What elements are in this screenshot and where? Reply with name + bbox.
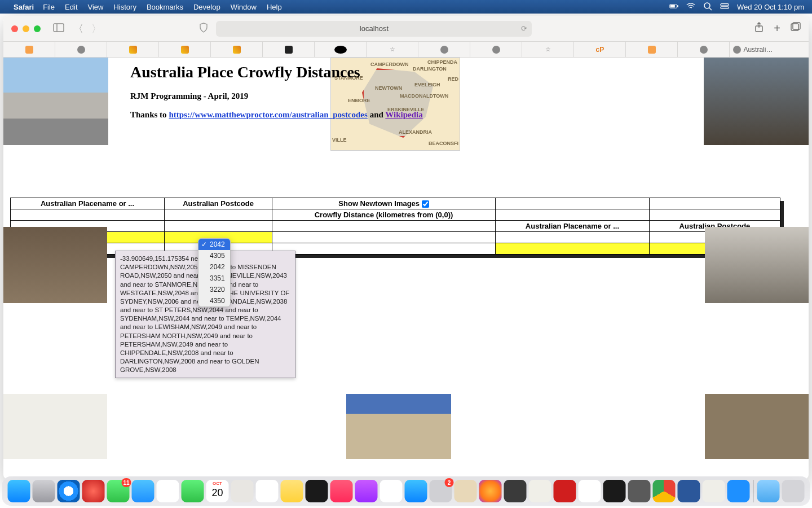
lower-image-left	[3, 394, 107, 459]
favorite-6[interactable]	[263, 42, 315, 57]
dock-app-chrome[interactable]	[653, 480, 676, 502]
dock-app-folder[interactable]	[757, 480, 780, 502]
address-bar[interactable]: localhost ⟳	[216, 21, 532, 37]
svg-rect-2	[670, 5, 674, 7]
dock-app-calendar[interactable]: OCT20	[206, 480, 229, 502]
cell-empty	[165, 221, 272, 232]
menu-history[interactable]: History	[113, 3, 136, 11]
favorite-7[interactable]	[315, 42, 367, 57]
hero-image-left	[3, 58, 108, 145]
dock-app-appstore[interactable]	[405, 480, 427, 502]
dock-app-calculator[interactable]	[504, 480, 527, 502]
dock-app-settings[interactable]: 2	[430, 480, 452, 502]
privacy-shield-icon[interactable]	[199, 23, 208, 34]
favorite-10[interactable]	[470, 42, 522, 57]
safari-window: 〈 〉 localhost ⟳ + ☆ ☆	[3, 16, 809, 480]
favorite-2[interactable]	[55, 42, 107, 57]
favorite-1[interactable]	[3, 42, 55, 57]
dock-app-finder[interactable]	[8, 480, 30, 502]
dock-app-messages[interactable]: 11	[107, 480, 130, 502]
dock-app-contacts[interactable]	[231, 480, 254, 502]
spotlight-icon[interactable]	[703, 2, 712, 12]
favorite-3[interactable]	[107, 42, 159, 57]
dock-app-terminal[interactable]	[603, 480, 626, 502]
close-window-button[interactable]	[11, 25, 18, 32]
postcode-dropdown[interactable]: 2042 4305 2042 3351 3220 4350	[198, 238, 231, 307]
dock-app-music[interactable]	[330, 480, 353, 502]
menu-view[interactable]: View	[88, 3, 104, 11]
page-subtitle: RJM Programming - April, 2019	[130, 91, 423, 101]
menu-develop[interactable]: Develop	[193, 3, 220, 11]
dropdown-option[interactable]: 4305	[198, 250, 230, 261]
svg-point-3	[704, 3, 710, 8]
dock-app-trash[interactable]	[782, 480, 805, 502]
dock-app-notepad[interactable]	[703, 480, 725, 502]
back-button[interactable]: 〈	[73, 22, 83, 36]
favorite-5[interactable]	[211, 42, 263, 57]
cell-empty	[165, 209, 272, 221]
wifi-icon[interactable]	[686, 2, 695, 12]
menu-bookmarks[interactable]: Bookmarks	[147, 3, 183, 11]
favorite-9[interactable]	[418, 42, 470, 57]
dock-app-palette[interactable]	[454, 480, 477, 502]
dock-app-bold[interactable]	[579, 480, 601, 502]
dock-app-facetime[interactable]	[182, 480, 204, 502]
wikipedia-link[interactable]: Wikipedia	[385, 110, 422, 119]
favorite-current[interactable]: Australi…	[730, 42, 808, 57]
menubar-clock[interactable]: Wed 20 Oct 1:10 pm	[737, 3, 804, 11]
dock-app-filezilla[interactable]	[554, 480, 576, 502]
cell-empty	[272, 232, 496, 243]
dropdown-option[interactable]: 2042	[198, 239, 230, 250]
favorite-11[interactable]: ☆	[522, 42, 574, 57]
new-tab-icon[interactable]: +	[774, 22, 780, 35]
dropdown-option[interactable]: 3220	[198, 284, 230, 295]
dropdown-option[interactable]: 4350	[198, 295, 230, 306]
menu-window[interactable]: Window	[231, 3, 257, 11]
dock-app-mamp[interactable]	[628, 480, 651, 502]
dock-app-notes[interactable]	[281, 480, 303, 502]
distance-table: Australian Placename or ... Australian P…	[10, 198, 780, 255]
favorites-bar: ☆ ☆ cP Australi…	[3, 42, 809, 58]
dock-app-firefox[interactable]	[479, 480, 502, 502]
dock-app-tv[interactable]	[306, 480, 328, 502]
postcodes-link[interactable]: https://www.matthewproctor.com/australia…	[169, 110, 368, 119]
tab-overview-icon[interactable]	[791, 22, 801, 35]
dock-app-opera[interactable]	[82, 480, 105, 502]
dock-app-reminders[interactable]	[256, 480, 279, 502]
share-icon[interactable]	[754, 22, 764, 35]
forward-button[interactable]: 〉	[91, 22, 102, 36]
dock-app-textedit[interactable]	[529, 480, 551, 502]
col-postcode-left: Australian Postcode	[165, 198, 272, 209]
dock-app-podcasts[interactable]	[355, 480, 378, 502]
minimize-window-button[interactable]	[23, 25, 29, 32]
show-images-checkbox[interactable]	[422, 200, 429, 208]
dock-app-safari[interactable]	[58, 480, 80, 502]
page-thanks: Thanks to https://www.matthewproctor.com…	[130, 110, 423, 120]
browser-toolbar: 〈 〉 localhost ⟳ +	[3, 16, 809, 42]
dock-app-launchpad[interactable]	[33, 480, 55, 502]
menu-help[interactable]: Help	[267, 3, 282, 11]
favorite-12[interactable]: cP	[574, 42, 626, 57]
reload-icon[interactable]: ⟳	[521, 24, 527, 33]
dock-app-mail[interactable]	[132, 480, 155, 502]
placename-input-right[interactable]	[495, 243, 649, 255]
control-center-icon[interactable]	[720, 2, 729, 12]
dock-app-word[interactable]	[678, 480, 700, 502]
distance-table-wrap: Australian Placename or ... Australian P…	[10, 198, 780, 255]
dock-app-news[interactable]	[380, 480, 403, 502]
active-app-name[interactable]: Safari	[14, 3, 34, 11]
dropdown-option[interactable]: 3351	[198, 273, 230, 284]
menu-edit[interactable]: Edit	[65, 3, 77, 11]
cell-empty	[495, 232, 649, 243]
sidebar-toggle-icon[interactable]	[53, 23, 64, 34]
menu-file[interactable]: File	[43, 3, 55, 11]
dock-app-xcode[interactable]	[727, 480, 750, 502]
favorite-13[interactable]	[626, 42, 678, 57]
zoom-window-button[interactable]	[34, 25, 41, 32]
battery-icon[interactable]	[669, 2, 678, 12]
dock-app-photos[interactable]	[157, 480, 179, 502]
favorite-4[interactable]	[159, 42, 211, 57]
favorite-8[interactable]: ☆	[367, 42, 418, 57]
dropdown-option[interactable]: 2042	[198, 261, 230, 273]
favorite-14[interactable]	[678, 42, 730, 57]
